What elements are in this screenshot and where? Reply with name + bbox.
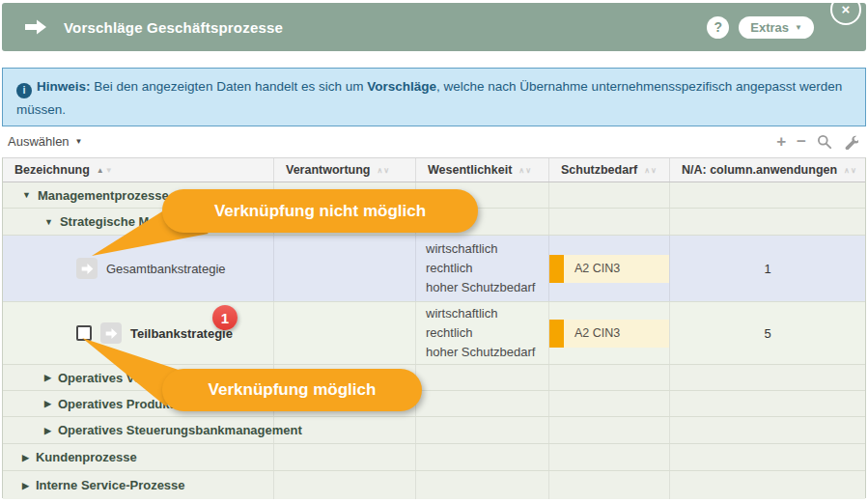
triangle-expanded-icon: ▼	[22, 190, 31, 200]
schutzbedarf-level-block	[549, 255, 564, 283]
group-toggle[interactable]: ▶Kundenprozesse	[3, 450, 273, 464]
close-button[interactable]: ×	[830, 0, 861, 25]
column-header-1[interactable]: Verantwortung∧∨	[274, 158, 416, 182]
triangle-collapsed-icon: ▶	[44, 399, 51, 408]
link-checkbox[interactable]	[76, 325, 92, 341]
dialog-title: Vorschläge Geschäftsprozesse	[64, 19, 283, 36]
schutzbedarf-cell: A2 CIN3	[549, 302, 670, 364]
process-arrow-icon[interactable]	[100, 322, 122, 344]
extras-button[interactable]: Extras▼	[739, 16, 814, 39]
schutzbedarf-badge: A2 CIN3	[549, 320, 669, 348]
sort-icons[interactable]: ∧∨	[844, 166, 857, 175]
wrench-icon[interactable]	[843, 134, 858, 150]
process-arrow-icon[interactable]	[76, 258, 98, 279]
group-label: Operatives Steuerungsbankmanagement	[58, 423, 302, 437]
process-row: Gesamtbankstrategiewirtschaftlichrechtli…	[3, 236, 865, 302]
notice-prefix: Hinweis:	[37, 79, 91, 94]
group-label: Operatives Produkti	[58, 397, 178, 411]
triangle-expanded-icon: ▼	[44, 217, 53, 227]
anwendungen-cell: 5	[670, 302, 865, 364]
group-row[interactable]: ▶Interne Service-Prozesse	[3, 471, 865, 499]
schutzbedarf-cell: A2 CIN3	[549, 236, 670, 301]
table-header: Bezeichnung▲▼Verantwortung∧∨Wesentlichke…	[3, 158, 865, 182]
group-row[interactable]: ▶Operatives Produkti	[3, 391, 865, 417]
schutzbedarf-level-block	[549, 320, 564, 348]
chevron-down-icon: ▼	[795, 23, 802, 32]
notice-text: Bei den angezeigten Daten handelt es sic…	[94, 79, 363, 94]
callout-verknuepfung-moeglich: Verknüpfung möglich	[162, 369, 422, 411]
group-row[interactable]: ▶Operatives Steuerungsbankmanagement	[3, 417, 865, 444]
schutzbedarf-badge: A2 CIN3	[549, 255, 669, 283]
verantwortung-cell	[274, 236, 416, 301]
wesentlichkeit-cell: wirtschaftlichrechtlichhoher Schutzbedar…	[416, 302, 549, 364]
sort-icons[interactable]: ∧∨	[644, 166, 658, 175]
auswaehlen-dropdown[interactable]: Auswählen▼	[8, 134, 83, 149]
notice-banner: iHinweis: Bei den angezeigten Daten hand…	[2, 68, 866, 126]
column-header-3[interactable]: Schutzbedarf∧∨	[549, 158, 670, 182]
process-row: Teilbankstrategiewirtschaftlichrechtlich…	[3, 302, 865, 365]
minus-icon[interactable]: −	[797, 133, 806, 150]
group-row[interactable]: ▶Kundenprozesse	[3, 444, 865, 471]
dialog-titlebar: Vorschläge Geschäftsprozesse ? Extras▼ ×	[2, 3, 866, 51]
group-label: Strategische Ma	[60, 214, 156, 229]
verantwortung-cell	[274, 302, 416, 364]
group-row[interactable]: ▶Operatives Vertr	[3, 365, 865, 391]
group-label: Kundenprozesse	[36, 450, 137, 464]
notice-highlight: Vorschläge	[367, 79, 436, 94]
triangle-collapsed-icon: ▶	[22, 481, 29, 490]
triangle-collapsed-icon: ▶	[44, 373, 51, 382]
column-header-0[interactable]: Bezeichnung▲▼	[3, 158, 274, 182]
wesentlichkeit-cell: wirtschaftlichrechtlichhoher Schutzbedar…	[416, 236, 549, 301]
dialog-vorschlaege-geschaeftsprozesse: Vorschläge Geschäftsprozesse ? Extras▼ ×…	[0, 0, 868, 503]
table-toolbar: + −	[776, 133, 858, 150]
anwendungen-cell: 1	[670, 236, 865, 301]
sort-icons[interactable]: ∧∨	[518, 166, 532, 175]
search-icon[interactable]	[817, 134, 832, 150]
group-toggle[interactable]: ▶Operatives Steuerungsbankmanagement	[3, 423, 273, 437]
group-toggle[interactable]: ▶Interne Service-Prozesse	[3, 478, 273, 492]
sort-icons[interactable]: ▲▼	[97, 166, 114, 175]
group-label: Interne Service-Prozesse	[36, 478, 185, 492]
triangle-collapsed-icon: ▶	[44, 426, 51, 435]
column-header-2[interactable]: Wesentlichkeit∧∨	[416, 158, 549, 182]
plus-icon[interactable]: +	[776, 133, 786, 150]
title-arrow-icon	[23, 17, 48, 37]
triangle-collapsed-icon: ▶	[22, 453, 29, 462]
count-badge: 1	[212, 305, 238, 330]
chevron-down-icon: ▼	[75, 137, 83, 146]
group-label: Operatives Vertr	[58, 371, 154, 385]
sort-icons[interactable]: ∧∨	[378, 166, 391, 175]
group-label: Managementprozesse	[38, 188, 169, 203]
callout-verknuepfung-nicht-moeglich: Verknüpfung nicht möglich	[162, 189, 478, 233]
help-button[interactable]: ?	[707, 16, 729, 39]
column-header-4[interactable]: N/A: column.anwendungen∧∨	[670, 158, 865, 182]
process-label: Gesamtbankstrategie	[106, 262, 226, 276]
info-icon: i	[16, 83, 32, 98]
